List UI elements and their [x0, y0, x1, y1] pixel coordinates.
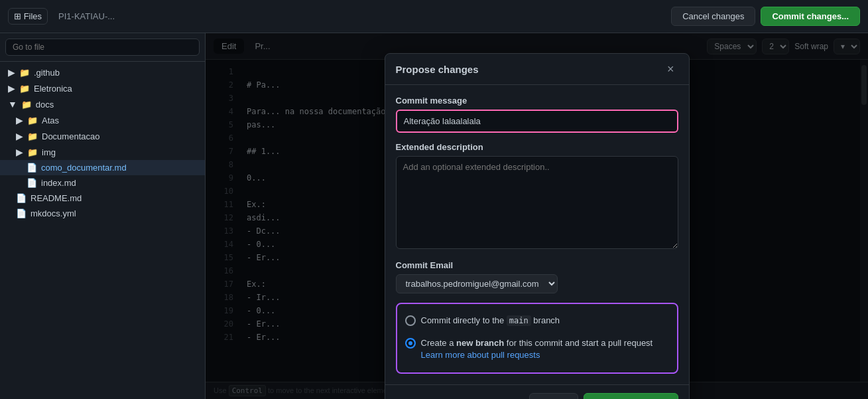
- folder-icon: 📁: [19, 68, 30, 78]
- folder-icon: 📁: [19, 84, 30, 94]
- propose-changes-button[interactable]: Propose changes: [584, 393, 678, 399]
- extended-desc-textarea[interactable]: [396, 156, 678, 249]
- folder-icon: 📁: [21, 100, 32, 110]
- main-layout: ▶ 📁 .github ▶ 📁 Eletronica ▼ 📁 docs ▶ 📁 …: [0, 33, 868, 399]
- sidebar-item-readme[interactable]: 📄 README.md: [0, 191, 205, 206]
- sidebar-item-docs[interactable]: ▼ 📁 docs: [0, 96, 205, 112]
- folder-icon: 📁: [27, 131, 38, 141]
- sidebar-item-img[interactable]: ▶ 📁 img: [0, 144, 205, 160]
- sidebar-search-container: [0, 33, 205, 62]
- branch-name-code: main: [507, 315, 531, 326]
- top-bar: ⊞ Files PI1-KATIAU-... Cancel changes Co…: [0, 0, 868, 33]
- radio-direct-label: Commit directly to the main branch: [421, 315, 560, 327]
- modal-title: Propose changes: [396, 64, 479, 75]
- propose-changes-modal: Propose changes × Commit message Extende…: [385, 53, 690, 399]
- sidebar-item-github[interactable]: ▶ 📁 .github: [0, 64, 205, 80]
- modal-close-button[interactable]: ×: [663, 62, 678, 76]
- sidebar-item-eletronica[interactable]: ▶ 📁 Eletronica: [0, 80, 205, 96]
- learn-more-link[interactable]: Learn more about pull requests: [421, 350, 540, 360]
- extended-desc-label: Extended description: [396, 142, 678, 152]
- commit-message-input[interactable]: [396, 110, 678, 133]
- chevron-right-icon: ▶: [16, 115, 23, 125]
- files-label: Files: [24, 11, 42, 21]
- sidebar-item-como-documentar[interactable]: 📄 como_documentar.md: [0, 160, 205, 175]
- file-icon: 📄: [27, 163, 37, 173]
- commit-changes-button[interactable]: Commit changes...: [761, 7, 860, 26]
- modal-overlay: Propose changes × Commit message Extende…: [206, 33, 868, 399]
- sidebar-tree: ▶ 📁 .github ▶ 📁 Eletronica ▼ 📁 docs ▶ 📁 …: [0, 62, 205, 224]
- folder-icon: 📁: [27, 116, 38, 125]
- sidebar-item-label: .github: [34, 68, 60, 78]
- file-icon: 📄: [16, 193, 27, 203]
- new-branch-bold: new branch: [456, 338, 504, 348]
- sidebar-item-label: mkdocs.yml: [31, 208, 76, 218]
- branch-options-group: Commit directly to the main branch Creat…: [396, 303, 678, 374]
- chevron-right-icon: ▶: [8, 67, 15, 78]
- search-input[interactable]: [5, 39, 200, 56]
- radio-new-branch-input[interactable]: [405, 338, 416, 349]
- cancel-changes-button[interactable]: Cancel changes: [671, 7, 755, 26]
- modal-header: Propose changes ×: [385, 54, 689, 85]
- sidebar-item-documentacao[interactable]: ▶ 📁 Documentacao: [0, 128, 205, 144]
- radio-option-direct[interactable]: Commit directly to the main branch: [405, 312, 669, 329]
- commit-email-group: Commit Email trabalhos.pedromiguel@gmail…: [396, 260, 678, 293]
- sidebar: ▶ 📁 .github ▶ 📁 Eletronica ▼ 📁 docs ▶ 📁 …: [0, 33, 206, 399]
- chevron-down-icon: ▼: [8, 99, 17, 110]
- repo-name: PI1-KATIAU-...: [58, 11, 115, 21]
- sidebar-item-label: Eletronica: [34, 84, 72, 94]
- commit-email-label: Commit Email: [396, 260, 678, 270]
- top-bar-left: ⊞ Files PI1-KATIAU-...: [8, 8, 115, 25]
- sidebar-toggle-button[interactable]: ⊞ Files: [8, 8, 48, 25]
- top-bar-right: Cancel changes Commit changes...: [671, 7, 860, 26]
- extended-desc-group: Extended description: [396, 142, 678, 251]
- chevron-right-icon: ▶: [8, 83, 15, 94]
- radio-new-branch-label: Create a new branch for this commit and …: [421, 337, 669, 361]
- commit-email-select[interactable]: trabalhos.pedromiguel@gmail.com: [396, 274, 558, 293]
- sidebar-item-label: Atas: [42, 116, 59, 125]
- folder-icon: 📁: [27, 147, 38, 157]
- sidebar-item-label: img: [42, 147, 56, 157]
- sidebar-item-mkdocs[interactable]: 📄 mkdocs.yml: [0, 206, 205, 221]
- file-icon: 📄: [16, 208, 27, 218]
- chevron-right-icon: ▶: [16, 147, 23, 157]
- modal-body: Commit message Extended description Comm…: [385, 85, 689, 384]
- radio-direct-input[interactable]: [405, 315, 416, 326]
- modal-footer: Cancel Propose changes: [385, 384, 689, 399]
- chevron-right-icon: ▶: [16, 131, 23, 141]
- editor-area: Edit Pr... Spaces 2 Soft wrap ▾ 12345 67…: [206, 33, 868, 399]
- sidebar-item-atas[interactable]: ▶ 📁 Atas: [0, 112, 205, 128]
- commit-message-label: Commit message: [396, 96, 678, 106]
- sidebar-item-label: docs: [36, 100, 54, 110]
- sidebar-toggle-icon: ⊞: [14, 11, 21, 21]
- sidebar-item-label: como_documentar.md: [41, 163, 127, 173]
- sidebar-item-label: README.md: [31, 193, 82, 203]
- sidebar-item-label: Documentacao: [42, 131, 99, 141]
- radio-option-new-branch[interactable]: Create a new branch for this commit and …: [405, 335, 669, 364]
- commit-message-group: Commit message: [396, 96, 678, 133]
- sidebar-item-label: index.md: [41, 178, 76, 188]
- sidebar-item-index-md[interactable]: 📄 index.md: [0, 175, 205, 191]
- file-icon: 📄: [27, 178, 37, 188]
- cancel-button[interactable]: Cancel: [529, 393, 578, 399]
